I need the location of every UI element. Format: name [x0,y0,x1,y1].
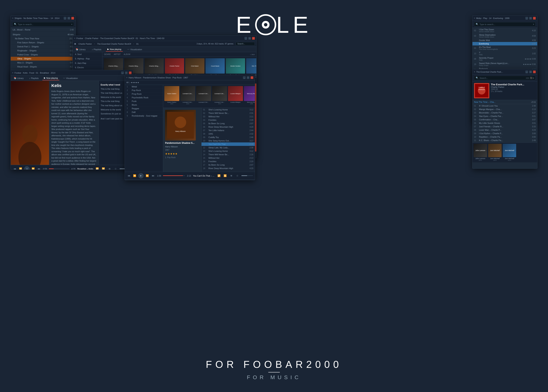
filter-album[interactable]: ALBUM [124,53,130,56]
close-btn-moby[interactable]: × [533,17,536,20]
pandemonium-track-row[interactable]: 03 Without Her 2:11 [202,115,255,118]
pandemonium-track-row[interactable]: 10 She Sang Hymns Out... 3:17 [202,139,255,142]
filter-genre[interactable]: GENRE [104,53,111,56]
play-btn-genre[interactable]: ▶ [138,173,144,178]
shuffle-btn-kelis[interactable]: 🔀 [101,167,105,170]
compact-track-np[interactable]: 01 If I Should Love You 2:48 [472,104,537,108]
compact-track-moby[interactable]: 03 It's The Beat The Dixie Hummingbirds … [472,45,537,51]
compact-track-np[interactable]: 03 Bloomdido – Charlie Par... 3:27 [472,111,537,114]
compact-track-np[interactable]: 08 Lover Man – Charlie P... 3:24 [472,128,537,132]
pandemonium-track-row[interactable]: 05 Its Been So Long 2:07 [202,122,255,125]
next-btn-kelis[interactable]: ⏭ [37,167,41,170]
maximize-btn-moby[interactable]: □ [529,17,532,20]
maximize-btn-kelis[interactable]: □ [125,71,128,74]
eq-btn-kelis[interactable]: ≋ [107,167,112,170]
close-btn-kelis[interactable]: × [129,71,132,74]
rwd-btn-genre[interactable]: ⏪ [133,174,137,178]
genre-list-item-3[interactable]: 4Psychedelic Rock [125,96,163,99]
genre-album-thumb[interactable]: Leonard Coh... Leonard Coh... [196,86,211,107]
maximize-btn-genre[interactable]: □ [247,76,249,79]
minimize-btn-genre[interactable]: _ [243,76,246,79]
progress-track-kelis[interactable] [49,168,70,169]
compact-track-moby[interactable]: 02 I Got This Down Simon Mobile Disco 4:… [472,28,537,33]
np-album-thumb[interactable]: Joni Mitchell Joni Mitchell 1972 [488,144,502,161]
pandemonium-track-row[interactable]: 15 Without Her 2:13 [202,156,255,160]
tab-viz-kelis[interactable]: 〰 Visualization [62,76,79,80]
volume-slider-genre[interactable] [241,175,253,176]
compact-track-moby[interactable]: 18 Sweet Ride (Never Again)(Lon... Moby … [472,62,537,67]
playlist-item[interactable]: Shigeto40 min [11,32,76,37]
progress-track-genre[interactable] [163,175,185,176]
play-btn-kelis[interactable]: ⏸ [24,166,29,170]
pandemonium-track-row[interactable]: 18 River Deep Mountain High 4:20 [202,167,255,170]
close-btn[interactable]: × [71,17,74,20]
playlist-item[interactable]: Potted Crow - Shigeto5:15 [11,53,76,57]
genre-album-thumb[interactable]: Leonard Coh... Leonard Coh... 2020 [180,86,195,107]
compact-track-np[interactable]: 10 Repitition – Charlie Pa... 3:00 [472,135,537,139]
compact-track-np[interactable]: 06 My Little Suede Shoes 3:01 [472,121,537,125]
genre-list-item-1[interactable]: 2Pop Rock [125,89,163,92]
pandemonium-track-row[interactable]: 04 Freckles 2:20 [202,118,255,122]
minimize-btn[interactable]: _ [64,17,66,20]
playlist-item[interactable]: No Better Time Than Now2013 [11,37,76,41]
tab-library-kelis[interactable]: 📚 Library [12,76,25,80]
compact-track-moby[interactable]: 08 Serenity Prayer Maly ★★★★ 0:09 [472,56,537,62]
maximize-btn-nowplaying[interactable]: □ [529,70,532,73]
ctrl-icon-np[interactable]: ◁ [526,77,527,79]
playlist-item[interactable]: Olina - Shigeto-1:06 [11,57,76,61]
genre-album-thumb[interactable]: Leonard Coh... Leonard Coh... 1974 [212,86,227,107]
maximize-btn[interactable]: □ [68,17,70,20]
playlist-item[interactable]: First Saturn Return - Shigeto2:14 [11,41,76,45]
minimize-btn-moby[interactable]: _ [525,17,528,20]
search-box-nowplaying[interactable]: 🔍 Search... ◁ ▷ ⬛ ⧈ [474,76,536,80]
genre-item-0[interactable]: 4. Soul [73,52,102,56]
playlist-item[interactable]: Ritual Howl - Shigeto4:25 [11,65,76,69]
filter-artist[interactable]: ARTIST [114,53,121,56]
genre-item-3[interactable]: 6. Electro [73,65,102,70]
genre-album-thumb[interactable]: Karen Dalton Karen Dalton 2022 [164,86,179,107]
search-box-shigeto[interactable]: 🔍 Type to search... ▾ [12,22,74,27]
compact-track-np[interactable]: 07 Just Friends – Charlie R... 3:33 [472,125,537,128]
playlist-item[interactable]: Miss U - Shigeto5:42 [11,61,76,65]
compact-track-np[interactable]: 02 Mango Mangue – Cha... 2:13 [472,108,537,111]
minimize-btn-kelis[interactable]: _ [121,71,124,74]
tab-nowplaying-cp[interactable]: ▶ Now playing [106,47,123,52]
genre-album-thumb[interactable]: Louise Attaque Louise Attaque [228,86,243,107]
pandemonium-track-row[interactable]: 13 She's Leaving Home 3:12 [202,149,255,153]
tab-playlists-kelis[interactable]: ♪ Playlists [28,76,40,80]
genre-list-item-2[interactable]: 3Prog Rock [125,92,163,96]
playlist-item[interactable]: Ringleader - Shigeto6:01 [11,49,76,53]
prev-btn-kelis[interactable]: ⏮ [13,167,17,170]
genre-list-item-7[interactable]: 8Daft [125,110,163,114]
repeat-btn-genre[interactable]: 🔁 [217,174,221,178]
compact-track-moby[interactable]: 03 Sleep Deprivation Simon Mobile Disco … [472,33,537,39]
pandemonium-track-row[interactable]: 09 Cuddly Toy 2:46 [202,135,255,139]
close-btn-genre[interactable]: × [251,76,253,79]
search-box-moby[interactable]: 🔍 Type to search... ▾ [474,22,536,27]
genre-item-2[interactable]: 6. Jazz-Rap [73,61,102,65]
pandemonium-track-row[interactable]: 17 Its Been So Long 2:07 [202,163,255,167]
tab-viz-cp[interactable]: 〰 Visualization [126,48,144,51]
compact-track-np[interactable]: 09 I Got Rythm – Charlie P... 3:00 [472,132,537,135]
prev-btn-genre[interactable]: ⏮ [127,174,131,178]
genre-album-thumb[interactable]: Mercury Rev Mercury Rev 1998 [244,86,255,107]
genre-list-item-0[interactable]: 1Metal [125,85,163,89]
eq-btn-genre[interactable]: ≋ [229,174,233,178]
pandemonium-track-row[interactable]: 08 1941 2:32 [202,132,255,135]
shuffle-btn-genre[interactable]: 🔀 [223,174,227,178]
pandemonium-track-row[interactable]: 12 Sleep Late, My Lady... 2:38 [202,146,255,149]
close-btn-nowplaying[interactable]: × [533,70,536,73]
tab-playlists-cp[interactable]: ♪ Playlists [90,48,103,51]
tab-library-cp[interactable]: 📚 Library [74,47,87,51]
genre-filter-all[interactable]: All [126,82,128,84]
np-album-thumb[interactable]: John Lennon John Lennon 1971 [474,144,487,161]
compact-track-np[interactable]: 05 Confirmation – Cha... 3:07 [472,118,537,121]
genre-list-item-5[interactable]: 6Blues [125,103,163,107]
rwd-btn-kelis[interactable]: ⏪ [18,167,23,170]
fwd-btn-kelis[interactable]: ⏩ [31,167,35,170]
genre-list-item-4[interactable]: 5Punk [125,99,163,103]
ctrl-icon-np3[interactable]: ⬛ [530,77,532,79]
compact-track-moby[interactable]: Gooler Mob 4:59 [472,39,537,42]
genre-item-1[interactable]: 5. Hiphop - Rap [73,56,102,61]
compact-track-moby[interactable]: 10 Y Maly 1:02 [472,51,537,56]
